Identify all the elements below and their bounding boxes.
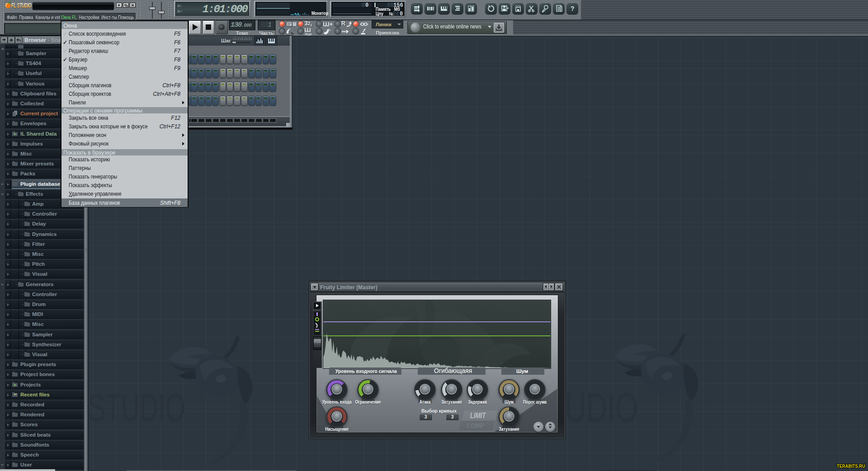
svg-text:STUDIO: STUDIO [88, 386, 185, 429]
svg-text:?: ? [571, 5, 575, 12]
svg-text:Жди: Жди [305, 32, 312, 36]
